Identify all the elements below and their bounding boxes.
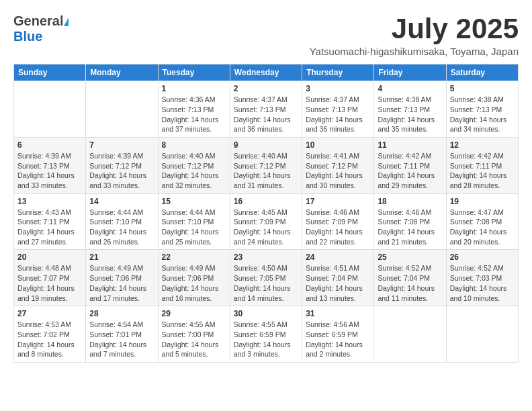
calendar-cell: 29Sunrise: 4:55 AM Sunset: 7:00 PM Dayli… bbox=[158, 306, 230, 363]
day-number: 31 bbox=[306, 309, 370, 318]
logo: General Blue bbox=[13, 13, 69, 44]
logo-general: General bbox=[13, 13, 63, 28]
day-info: Sunrise: 4:51 AM Sunset: 7:04 PM Dayligh… bbox=[306, 263, 370, 303]
calendar-cell: 24Sunrise: 4:51 AM Sunset: 7:04 PM Dayli… bbox=[302, 250, 374, 306]
location-title: Yatsuomachi-higashikumisaka, Toyama, Jap… bbox=[310, 46, 519, 57]
calendar-table: SundayMondayTuesdayWednesdayThursdayFrid… bbox=[13, 64, 519, 363]
day-number: 15 bbox=[162, 197, 226, 206]
calendar-cell: 27Sunrise: 4:53 AM Sunset: 7:02 PM Dayli… bbox=[14, 306, 86, 363]
calendar-cell: 2Sunrise: 4:37 AM Sunset: 7:13 PM Daylig… bbox=[230, 81, 302, 138]
title-block: July 2025 Yatsuomachi-higashikumisaka, T… bbox=[310, 13, 519, 57]
day-number: 1 bbox=[162, 84, 226, 93]
calendar-cell: 18Sunrise: 4:46 AM Sunset: 7:08 PM Dayli… bbox=[374, 193, 446, 250]
day-info: Sunrise: 4:44 AM Sunset: 7:10 PM Dayligh… bbox=[162, 208, 226, 247]
calendar-cell: 8Sunrise: 4:40 AM Sunset: 7:12 PM Daylig… bbox=[158, 137, 230, 193]
day-info: Sunrise: 4:38 AM Sunset: 7:13 PM Dayligh… bbox=[378, 95, 442, 134]
day-number: 25 bbox=[378, 253, 442, 262]
calendar-cell: 16Sunrise: 4:45 AM Sunset: 7:09 PM Dayli… bbox=[230, 193, 302, 250]
calendar-header-row: SundayMondayTuesdayWednesdayThursdayFrid… bbox=[14, 64, 519, 81]
day-number: 27 bbox=[17, 309, 82, 318]
day-info: Sunrise: 4:55 AM Sunset: 6:59 PM Dayligh… bbox=[234, 320, 298, 359]
calendar-cell: 21Sunrise: 4:49 AM Sunset: 7:06 PM Dayli… bbox=[86, 250, 158, 306]
calendar-cell: 17Sunrise: 4:46 AM Sunset: 7:09 PM Dayli… bbox=[302, 193, 374, 250]
day-info: Sunrise: 4:38 AM Sunset: 7:13 PM Dayligh… bbox=[450, 95, 515, 134]
day-number: 11 bbox=[378, 140, 442, 150]
calendar-header-thursday: Thursday bbox=[302, 64, 374, 81]
day-info: Sunrise: 4:40 AM Sunset: 7:12 PM Dayligh… bbox=[234, 151, 298, 191]
month-title: July 2025 bbox=[310, 13, 519, 44]
day-number: 13 bbox=[17, 197, 82, 206]
calendar-cell: 11Sunrise: 4:42 AM Sunset: 7:11 PM Dayli… bbox=[374, 137, 446, 193]
calendar-week-5: 27Sunrise: 4:53 AM Sunset: 7:02 PM Dayli… bbox=[14, 306, 519, 363]
calendar-header-wednesday: Wednesday bbox=[230, 64, 302, 81]
day-number: 19 bbox=[450, 197, 515, 206]
day-info: Sunrise: 4:39 AM Sunset: 7:13 PM Dayligh… bbox=[17, 151, 82, 191]
calendar-week-3: 13Sunrise: 4:43 AM Sunset: 7:11 PM Dayli… bbox=[14, 193, 519, 250]
calendar-cell: 22Sunrise: 4:49 AM Sunset: 7:06 PM Dayli… bbox=[158, 250, 230, 306]
calendar-header-monday: Monday bbox=[86, 64, 158, 81]
day-number: 21 bbox=[89, 253, 154, 262]
calendar-cell: 30Sunrise: 4:55 AM Sunset: 6:59 PM Dayli… bbox=[230, 306, 302, 363]
calendar-cell: 25Sunrise: 4:52 AM Sunset: 7:04 PM Dayli… bbox=[374, 250, 446, 306]
day-info: Sunrise: 4:36 AM Sunset: 7:13 PM Dayligh… bbox=[162, 95, 226, 134]
calendar-header-friday: Friday bbox=[374, 64, 446, 81]
day-number: 14 bbox=[89, 197, 154, 206]
day-info: Sunrise: 4:45 AM Sunset: 7:09 PM Dayligh… bbox=[234, 208, 298, 247]
calendar-header-sunday: Sunday bbox=[14, 64, 86, 81]
day-info: Sunrise: 4:47 AM Sunset: 7:08 PM Dayligh… bbox=[450, 208, 515, 247]
calendar-week-4: 20Sunrise: 4:48 AM Sunset: 7:07 PM Dayli… bbox=[14, 250, 519, 306]
day-number: 7 bbox=[89, 140, 154, 150]
day-number: 30 bbox=[234, 309, 298, 318]
day-info: Sunrise: 4:46 AM Sunset: 7:08 PM Dayligh… bbox=[378, 208, 442, 247]
calendar-week-1: 1Sunrise: 4:36 AM Sunset: 7:13 PM Daylig… bbox=[14, 81, 519, 138]
calendar-cell: 7Sunrise: 4:39 AM Sunset: 7:12 PM Daylig… bbox=[86, 137, 158, 193]
day-info: Sunrise: 4:37 AM Sunset: 7:13 PM Dayligh… bbox=[234, 95, 298, 134]
day-info: Sunrise: 4:37 AM Sunset: 7:13 PM Dayligh… bbox=[306, 95, 370, 134]
day-info: Sunrise: 4:48 AM Sunset: 7:07 PM Dayligh… bbox=[17, 263, 82, 303]
day-number: 20 bbox=[17, 253, 82, 262]
day-info: Sunrise: 4:52 AM Sunset: 7:03 PM Dayligh… bbox=[450, 263, 515, 303]
calendar-cell: 1Sunrise: 4:36 AM Sunset: 7:13 PM Daylig… bbox=[158, 81, 230, 138]
day-info: Sunrise: 4:53 AM Sunset: 7:02 PM Dayligh… bbox=[17, 320, 82, 359]
day-number: 18 bbox=[378, 197, 442, 206]
day-number: 22 bbox=[162, 253, 226, 262]
calendar-cell: 5Sunrise: 4:38 AM Sunset: 7:13 PM Daylig… bbox=[446, 81, 518, 138]
calendar-cell: 28Sunrise: 4:54 AM Sunset: 7:01 PM Dayli… bbox=[86, 306, 158, 363]
day-info: Sunrise: 4:42 AM Sunset: 7:11 PM Dayligh… bbox=[378, 151, 442, 191]
day-info: Sunrise: 4:46 AM Sunset: 7:09 PM Dayligh… bbox=[306, 208, 370, 247]
day-info: Sunrise: 4:44 AM Sunset: 7:10 PM Dayligh… bbox=[89, 208, 154, 247]
calendar-cell: 13Sunrise: 4:43 AM Sunset: 7:11 PM Dayli… bbox=[14, 193, 86, 250]
day-number: 28 bbox=[89, 309, 154, 318]
day-number: 4 bbox=[378, 84, 442, 93]
day-info: Sunrise: 4:54 AM Sunset: 7:01 PM Dayligh… bbox=[89, 320, 154, 359]
calendar-cell: 20Sunrise: 4:48 AM Sunset: 7:07 PM Dayli… bbox=[14, 250, 86, 306]
calendar-header-saturday: Saturday bbox=[446, 64, 518, 81]
calendar-cell bbox=[86, 81, 158, 138]
calendar-cell: 19Sunrise: 4:47 AM Sunset: 7:08 PM Dayli… bbox=[446, 193, 518, 250]
logo-line1: General bbox=[13, 13, 69, 29]
calendar-cell bbox=[446, 306, 518, 363]
calendar-cell: 14Sunrise: 4:44 AM Sunset: 7:10 PM Dayli… bbox=[86, 193, 158, 250]
calendar-cell: 6Sunrise: 4:39 AM Sunset: 7:13 PM Daylig… bbox=[14, 137, 86, 193]
day-number: 9 bbox=[234, 140, 298, 150]
day-info: Sunrise: 4:49 AM Sunset: 7:06 PM Dayligh… bbox=[162, 263, 226, 303]
calendar-header-tuesday: Tuesday bbox=[158, 64, 230, 81]
day-number: 24 bbox=[306, 253, 370, 262]
calendar-cell: 3Sunrise: 4:37 AM Sunset: 7:13 PM Daylig… bbox=[302, 81, 374, 138]
day-info: Sunrise: 4:42 AM Sunset: 7:11 PM Dayligh… bbox=[450, 151, 515, 191]
calendar-cell bbox=[14, 81, 86, 138]
day-number: 6 bbox=[17, 140, 82, 150]
day-number: 2 bbox=[234, 84, 298, 93]
calendar-cell: 15Sunrise: 4:44 AM Sunset: 7:10 PM Dayli… bbox=[158, 193, 230, 250]
day-info: Sunrise: 4:41 AM Sunset: 7:12 PM Dayligh… bbox=[306, 151, 370, 191]
day-number: 26 bbox=[450, 253, 515, 262]
logo-blue: Blue bbox=[13, 29, 42, 44]
calendar-week-2: 6Sunrise: 4:39 AM Sunset: 7:13 PM Daylig… bbox=[14, 137, 519, 193]
logo-triangle-icon bbox=[64, 17, 69, 26]
day-number: 5 bbox=[450, 84, 515, 93]
calendar-cell bbox=[374, 306, 446, 363]
calendar-cell: 31Sunrise: 4:56 AM Sunset: 6:59 PM Dayli… bbox=[302, 306, 374, 363]
day-info: Sunrise: 4:49 AM Sunset: 7:06 PM Dayligh… bbox=[89, 263, 154, 303]
day-number: 12 bbox=[450, 140, 515, 150]
day-info: Sunrise: 4:55 AM Sunset: 7:00 PM Dayligh… bbox=[162, 320, 226, 359]
